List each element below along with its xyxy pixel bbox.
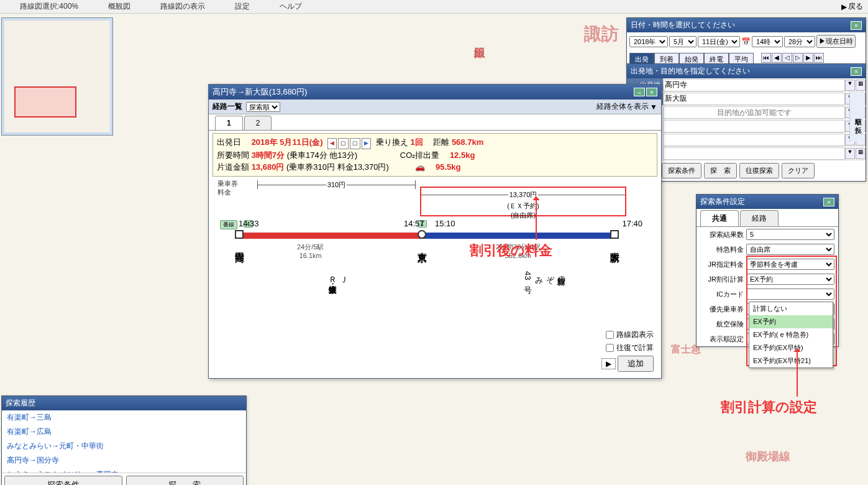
search-button[interactable]: 探 索 bbox=[704, 163, 737, 178]
station-node-2[interactable] bbox=[418, 230, 426, 239]
jr-discount-select[interactable]: EX予約 bbox=[746, 274, 834, 285]
search-history-panel: 探索履歴 有楽町→三島 有楽町→広島 みなとみらい→元町・中華街 高円寺→国分寺… bbox=[1, 395, 247, 485]
dropdown-option[interactable]: EX予約(EX早特21) bbox=[749, 354, 833, 367]
train-name-2: 新幹線のぞみ43号 bbox=[522, 271, 567, 280]
search-cond-button[interactable]: 探索条件 bbox=[662, 163, 701, 178]
transfer-type-icons: ◀▢▢▶ bbox=[327, 138, 371, 149]
result-count-select[interactable]: 5 bbox=[746, 229, 834, 240]
add-button[interactable]: 追加 bbox=[618, 356, 654, 372]
car-icon: 🚗 bbox=[415, 162, 425, 172]
history-item[interactable]: みなとみらい→元町・中華街 bbox=[2, 439, 246, 453]
calendar-icon[interactable]: 📅 bbox=[741, 37, 751, 46]
tab-route-2[interactable]: 2 bbox=[244, 116, 272, 130]
hist-cond-button[interactable]: 探索条件 bbox=[4, 476, 122, 485]
tab-route-1[interactable]: 1 bbox=[215, 116, 243, 130]
segment-bar-1[interactable] bbox=[241, 233, 421, 239]
sort-select[interactable]: 探索順 bbox=[246, 102, 280, 112]
history-item[interactable]: 有楽町→三島 bbox=[2, 410, 246, 425]
year-select[interactable]: 2018年 bbox=[629, 36, 668, 47]
map-label-suwa: 諏訪 bbox=[584, 22, 619, 46]
close-icon[interactable]: × bbox=[851, 21, 862, 30]
close-icon[interactable]: × bbox=[851, 67, 862, 76]
round-search-button[interactable]: 往復探索 bbox=[739, 163, 779, 178]
map-pick-icon[interactable]: ▦ bbox=[856, 148, 866, 159]
via-input[interactable] bbox=[663, 120, 845, 132]
checkbox-round-calc[interactable]: 往復で計算 bbox=[606, 343, 654, 353]
play-icon[interactable]: ▶ bbox=[841, 2, 847, 11]
result-count-label: 探索結果数 bbox=[700, 230, 744, 239]
checkbox-show-map[interactable]: 路線図表示 bbox=[606, 330, 654, 340]
map-pick-icon[interactable]: ▦ bbox=[856, 80, 866, 91]
now-button[interactable]: ▶現在日時 bbox=[816, 35, 856, 48]
nav-last-icon[interactable]: ⏭ bbox=[814, 53, 824, 63]
route-summary: 出発日 2018年 5月11日(金) ◀▢▢▶ 乗り換え 1回 距離 568.7… bbox=[212, 133, 657, 177]
ic-card-label: ICカード bbox=[700, 290, 744, 299]
arrow-icon bbox=[797, 349, 798, 397]
arrow-icon bbox=[536, 198, 537, 240]
nav-first-icon[interactable]: ⏮ bbox=[761, 53, 771, 63]
dropdown-icon[interactable]: ▼ bbox=[845, 80, 855, 91]
overview-minimap[interactable] bbox=[1, 17, 113, 136]
mileage-value: 95.5kg bbox=[436, 162, 460, 172]
express-fare-select[interactable]: 自由席 bbox=[746, 244, 834, 255]
nav-next-icon[interactable]: ▶ bbox=[803, 53, 813, 63]
tab-route[interactable]: 経路 bbox=[740, 210, 779, 226]
back-button[interactable]: 戻る bbox=[848, 1, 863, 12]
close-icon[interactable]: × bbox=[646, 88, 657, 96]
ic-card-select[interactable] bbox=[746, 289, 834, 300]
time-dep2: 15:10 bbox=[435, 219, 455, 228]
window-titlebar[interactable]: 高円寺→新大阪(13,680円) – × bbox=[209, 85, 661, 99]
station-node-3[interactable] bbox=[610, 230, 619, 239]
dropdown-option[interactable]: EX予約(EX早特) bbox=[749, 341, 833, 354]
nav-back-icon[interactable]: ◁ bbox=[782, 53, 792, 63]
depart-value: 2018年 5月11日(金) bbox=[252, 137, 323, 147]
time-arr1: 14:57 bbox=[404, 219, 424, 228]
chevron-down-icon[interactable]: ▼ bbox=[650, 103, 657, 111]
history-list: 有楽町→三島 有楽町→広島 みなとみらい→元町・中華街 高円寺→国分寺 とうきょ… bbox=[2, 410, 246, 473]
menu-help[interactable]: ヘルプ bbox=[265, 1, 317, 12]
via-input[interactable] bbox=[663, 147, 845, 160]
flip-order-button[interactable]: 駅順を反転 bbox=[849, 92, 864, 142]
jr-discount-label: JR割引計算 bbox=[700, 275, 744, 284]
air-label: 航空保険 bbox=[700, 320, 744, 329]
segment-bar-2[interactable] bbox=[421, 233, 614, 239]
menu-route-zoom[interactable]: 路線図選択:400% bbox=[5, 1, 93, 12]
nav-prev-icon[interactable]: ◀ bbox=[772, 53, 782, 63]
time-arr2: 17:40 bbox=[622, 219, 642, 228]
via-input[interactable] bbox=[663, 134, 845, 146]
history-item[interactable]: 有楽町→広島 bbox=[2, 425, 246, 439]
day-select[interactable]: 11日(金) bbox=[698, 36, 740, 47]
menu-overview[interactable]: 概観図 bbox=[93, 1, 145, 12]
month-select[interactable]: 5月 bbox=[669, 36, 697, 47]
menu-settings[interactable]: 設定 bbox=[220, 1, 265, 12]
dist-value: 568.7km bbox=[452, 137, 483, 147]
show-whole-route[interactable]: 経路全体を表示 bbox=[596, 101, 649, 112]
time-label: 所要時間 bbox=[217, 150, 249, 160]
dist-label: 距離 bbox=[433, 137, 449, 147]
nav-fwd-icon[interactable]: ▷ bbox=[793, 53, 803, 63]
hour-select[interactable]: 14時 bbox=[752, 36, 783, 47]
dropdown-option[interactable]: EX予約( e 特急券) bbox=[749, 328, 833, 341]
dest-input[interactable] bbox=[663, 93, 845, 105]
history-item[interactable]: 高円寺→国分寺 bbox=[2, 453, 246, 468]
minimize-icon[interactable]: – bbox=[634, 88, 645, 96]
close-icon[interactable]: × bbox=[823, 198, 834, 206]
order-label: 表示順設定 bbox=[700, 335, 744, 344]
tab-common[interactable]: 共通 bbox=[700, 210, 739, 226]
origin-input[interactable] bbox=[663, 79, 845, 91]
dropdown-icon[interactable]: ▼ bbox=[845, 148, 855, 159]
dropdown-option[interactable]: 計算しない bbox=[749, 302, 833, 315]
via-input[interactable] bbox=[663, 106, 845, 119]
minute-select[interactable]: 28分 bbox=[784, 36, 815, 47]
route-result-window: 高円寺→新大阪(13,680円) – × 経路一覧 探索順 経路全体を表示 ▼ … bbox=[208, 84, 662, 379]
menubar: 路線図選択:400% 概観図 路線図の表示 設定 ヘルプ ▶ 戻る bbox=[0, 0, 868, 14]
play-icon[interactable]: ▶ bbox=[601, 358, 616, 369]
history-item[interactable]: とうきょうスカイツリー→高円寺 bbox=[2, 468, 246, 473]
clear-button[interactable]: クリア bbox=[782, 163, 815, 178]
jr-seat-select[interactable]: 季節料金を考慮 bbox=[746, 259, 834, 270]
station-node-1[interactable] bbox=[235, 230, 244, 239]
menu-show-route[interactable]: 路線図の表示 bbox=[145, 1, 220, 12]
dropdown-option[interactable]: EX予約 bbox=[749, 315, 833, 328]
minimap-viewport[interactable] bbox=[14, 86, 76, 118]
hist-search-button[interactable]: 探 索 bbox=[126, 476, 244, 485]
